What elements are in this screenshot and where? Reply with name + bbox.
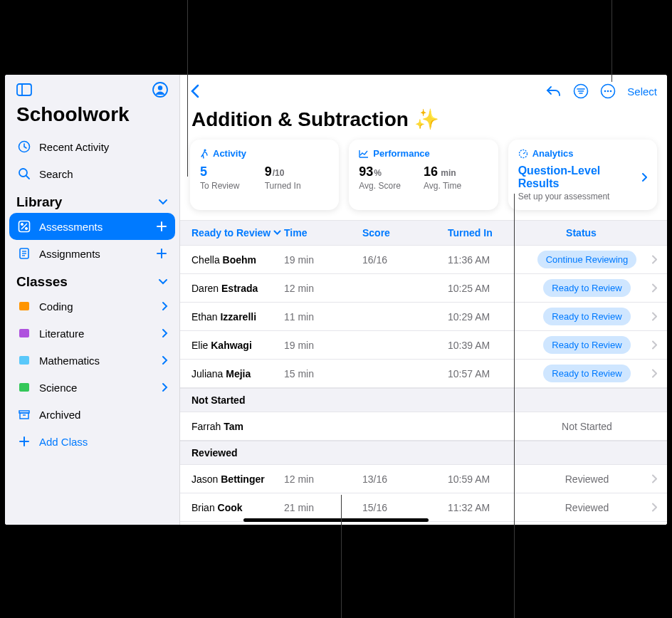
cell-turned-in: 10:29 AM (448, 311, 523, 323)
sidebar-add-class[interactable]: Add Class (9, 428, 175, 455)
class-icon (16, 300, 32, 313)
cell-status: Ready to Review (523, 336, 656, 354)
table-row[interactable]: Elie Kahwagi19 min10:39 AMReady to Revie… (180, 331, 667, 360)
sidebar-assignments[interactable]: Assignments (9, 240, 175, 267)
table-row[interactable]: Ethan Izzarelli11 min10:29 AMReady to Re… (180, 303, 667, 331)
filter-button[interactable] (573, 83, 589, 99)
cell-status: Ready to Review (523, 308, 656, 325)
activity-card[interactable]: Activity 5 To Review 9/10 Turned In (190, 140, 339, 210)
student-name: Juliana Mejia (191, 368, 284, 379)
section-not-started: Not Started (180, 388, 667, 412)
table-row[interactable]: Juliana Mejia15 min10:57 AMReady to Revi… (180, 360, 667, 388)
to-review-value: 5 (200, 164, 265, 179)
cell-turned-in: 10:25 AM (448, 283, 523, 294)
student-table: Ready to Review Time Score Turned In Sta… (180, 220, 667, 525)
back-button[interactable] (190, 84, 199, 98)
column-turned-in[interactable]: Turned In (448, 227, 523, 239)
cell-time: 19 min (284, 340, 362, 351)
table-row[interactable]: Farrah TamNot Started (180, 412, 667, 441)
app-title: Schoolwork (5, 100, 179, 133)
status-pill[interactable]: Continue Reviewing (537, 251, 637, 268)
cell-status: Continue Reviewing (523, 251, 656, 268)
status-pill[interactable]: Ready to Review (543, 279, 630, 297)
sidebar-library-heading[interactable]: Library (5, 187, 179, 213)
svg-rect-21 (19, 356, 29, 365)
sidebar-class-coding[interactable]: Coding (9, 293, 175, 320)
chevron-right-icon (651, 255, 657, 264)
account-icon[interactable] (152, 82, 168, 98)
search-icon (16, 167, 32, 180)
sidebar-archived[interactable]: Archived (9, 401, 175, 428)
svg-rect-22 (19, 383, 29, 392)
add-assessment-icon[interactable] (155, 220, 168, 233)
select-button[interactable]: Select (627, 85, 657, 98)
status-pill[interactable]: Ready to Review (543, 308, 630, 325)
sidebar-class-science[interactable]: Science (9, 374, 175, 401)
class-icon (16, 381, 32, 394)
column-score[interactable]: Score (362, 227, 448, 239)
clock-icon (16, 140, 32, 153)
cell-status: Ready to Review (523, 279, 656, 297)
sidebar-class-mathematics[interactable]: Mathematics (9, 347, 175, 374)
annotation-line (514, 194, 515, 618)
gauge-icon (518, 149, 528, 159)
sidebar: Schoolwork Recent Activity Search Librar… (5, 75, 180, 525)
app-window: Schoolwork Recent Activity Search Librar… (5, 75, 667, 525)
column-status[interactable]: Status (523, 227, 656, 239)
table-row[interactable]: Jason Bettinger12 min13/1610:59 AMReview… (180, 465, 667, 493)
more-button[interactable] (600, 83, 616, 99)
sidebar-item-label: Literature (39, 328, 84, 340)
chevron-down-icon (158, 199, 168, 206)
sidebar-item-label: Archived (39, 409, 80, 421)
add-assignment-icon[interactable] (155, 247, 168, 260)
chevron-right-icon (651, 503, 657, 512)
plus-icon (16, 435, 32, 448)
turned-in-value: 9/10 (265, 164, 330, 179)
document-icon (16, 247, 32, 260)
chevron-right-icon (651, 312, 657, 321)
svg-point-35 (610, 90, 612, 93)
annotation-line (341, 495, 342, 618)
undo-button[interactable] (546, 85, 562, 98)
status-pill[interactable]: Ready to Review (543, 336, 630, 354)
column-ready-to-review[interactable]: Ready to Review (191, 227, 284, 239)
cell-turned-in: 10:57 AM (448, 368, 523, 379)
sidebar-toggle-icon[interactable] (16, 83, 32, 96)
analytics-card[interactable]: Analytics Question-Level Results Set up … (508, 140, 657, 210)
column-time[interactable]: Time (284, 227, 362, 239)
sidebar-recent-activity[interactable]: Recent Activity (9, 133, 175, 160)
avg-time-label: Avg. Time (424, 181, 488, 191)
cell-time: 12 min (284, 283, 362, 294)
table-row[interactable]: Daren Estrada12 min10:25 AMReady to Revi… (180, 274, 667, 303)
status-pill[interactable]: Ready to Review (543, 365, 630, 382)
analytics-subtitle: Set up your assessment (518, 192, 647, 201)
sidebar-item-label: Mathematics (39, 355, 100, 367)
class-icon (16, 354, 32, 367)
avg-time-value: 16 min (424, 164, 488, 179)
sidebar-class-literature[interactable]: Literature (9, 320, 175, 347)
sidebar-assessments[interactable]: Assessments (9, 213, 175, 240)
sidebar-item-label: Recent Activity (39, 141, 109, 153)
chevron-right-icon (162, 355, 168, 365)
chevron-right-icon (651, 369, 657, 378)
sidebar-classes-heading[interactable]: Classes (5, 267, 179, 293)
chart-icon (359, 150, 369, 158)
performance-card[interactable]: Performance 93% Avg. Score 16 min Avg. T… (349, 140, 498, 210)
status-text: Reviewed (565, 502, 609, 513)
cell-time: 12 min (284, 473, 362, 485)
page-title: Addition & Subtraction ✨ (180, 103, 667, 140)
student-name: Ethan Izzarelli (191, 311, 284, 323)
sidebar-search[interactable]: Search (9, 160, 175, 187)
question-level-results[interactable]: Question-Level Results (518, 164, 647, 190)
chevron-right-icon (651, 340, 657, 350)
toolbar: Select (180, 75, 667, 103)
svg-point-8 (21, 223, 23, 225)
cell-time: 19 min (284, 254, 362, 266)
avg-score-label: Avg. Score (359, 181, 424, 191)
section-reviewed: Reviewed (180, 441, 667, 465)
cell-score: 15/16 (362, 502, 448, 513)
table-row[interactable]: Brian Cook21 min15/1611:32 AMReviewed (180, 493, 667, 522)
archive-icon (16, 408, 32, 421)
table-row[interactable]: Chella Boehm19 min16/1611:36 AMContinue … (180, 246, 667, 274)
cell-score: 13/16 (362, 473, 448, 485)
